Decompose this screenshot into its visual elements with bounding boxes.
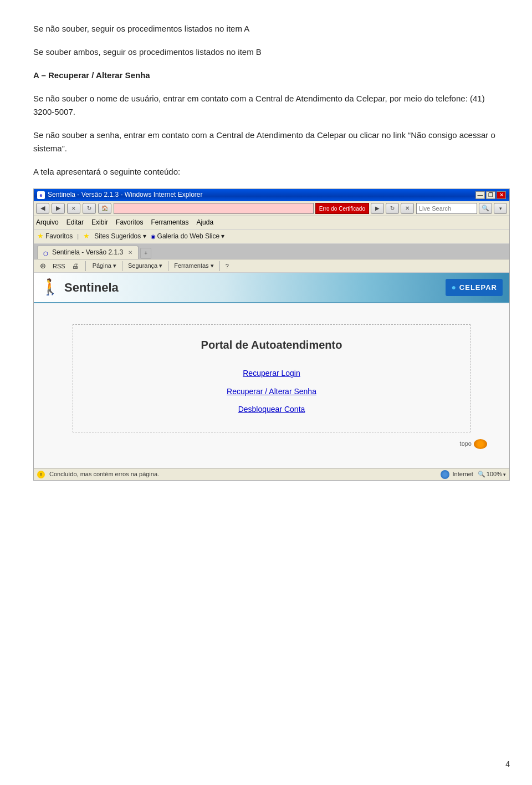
browser-favicon: e bbox=[37, 191, 45, 199]
toolbar-help[interactable]: ? bbox=[223, 262, 232, 271]
topo-area: topo bbox=[50, 437, 493, 451]
tab-favicon: ⬡ bbox=[43, 249, 50, 256]
status-warning-icon: ! bbox=[37, 471, 45, 478]
menu-ferramentas[interactable]: Ferramentas bbox=[151, 217, 188, 228]
search-bar[interactable]: 🔍 ▾ bbox=[416, 203, 507, 214]
para-6-text: A tela apresentará o seguinte conteúdo: bbox=[33, 167, 180, 176]
cert-error-button[interactable]: Erro do Certificado bbox=[315, 203, 369, 214]
stop-nav-button[interactable]: ✕ bbox=[401, 203, 414, 214]
toolbar-sep-4 bbox=[219, 261, 220, 271]
menu-ajuda[interactable]: Ajuda bbox=[196, 217, 213, 228]
favorites-label[interactable]: Favoritos bbox=[45, 231, 73, 242]
minimize-button[interactable]: — bbox=[475, 191, 485, 199]
sentinela-header: 🚶 Sentinela ● CELEPAR bbox=[34, 273, 509, 303]
para-5-text: Se não souber a senha, entrar em contato… bbox=[33, 130, 495, 153]
toolbar-print[interactable]: 🖨 bbox=[69, 261, 81, 271]
stop-button[interactable]: ✕ bbox=[67, 203, 80, 214]
para-2-text: Se souber ambos, seguir os procedimentos… bbox=[33, 47, 262, 57]
star-icon: ★ bbox=[37, 231, 44, 242]
browser-content: 🚶 Sentinela ● CELEPAR Portal de Autoaten… bbox=[34, 273, 509, 468]
status-message: Concluído, mas contém erros na página. bbox=[49, 470, 436, 480]
zoom-dropdown-icon[interactable]: ▾ bbox=[503, 471, 506, 478]
status-bar: ! Concluído, mas contém erros na página.… bbox=[34, 468, 509, 480]
forward-button[interactable]: ▶ bbox=[52, 203, 65, 214]
browser-screenshot: e Sentinela - Versão 2.1.3 - Windows Int… bbox=[33, 188, 510, 481]
menu-bar: Arquivo Editar Exibir Favoritos Ferramen… bbox=[34, 216, 509, 230]
favorites-button[interactable]: ★ Favoritos bbox=[37, 231, 73, 242]
desbloquear-conta-link[interactable]: Desbloquear Conta bbox=[84, 403, 459, 415]
recuperar-senha-link[interactable]: Recuperar / Alterar Senha bbox=[84, 385, 459, 397]
toolbar-ferramentas[interactable]: Ferramentas ▾ bbox=[171, 261, 216, 271]
zoom-level: 100% bbox=[487, 470, 502, 480]
heading-a-text: A – Recuperar / Alterar Senha bbox=[33, 70, 150, 80]
browser-tab-sentinela[interactable]: ⬡ Sentinela - Versão 2.1.3 ✕ bbox=[37, 246, 139, 259]
galeria-button[interactable]: ◉ Galeria do Web Slice ▾ bbox=[151, 231, 225, 242]
paragraph-2: Se souber ambos, seguir os procedimentos… bbox=[33, 45, 499, 59]
search-button[interactable]: 🔍 bbox=[479, 203, 492, 214]
paragraph-5: Se não souber a senha, entrar em contato… bbox=[33, 129, 499, 155]
tab-close-icon[interactable]: ✕ bbox=[128, 248, 132, 257]
title-bar-left: e Sentinela - Versão 2.1.3 - Windows Int… bbox=[37, 190, 202, 200]
toolbar-rss[interactable]: RSS bbox=[50, 262, 68, 271]
globe-icon bbox=[441, 470, 449, 479]
section-heading-a: A – Recuperar / Alterar Senha bbox=[33, 69, 499, 82]
paragraph-1: Se não souber, seguir os procedimentos l… bbox=[33, 22, 499, 35]
menu-exibir[interactable]: Exibir bbox=[91, 217, 108, 228]
favorites-bar: ★ Favoritos | ★ Sites Sugeridos ▾ ◉ Gale… bbox=[34, 230, 509, 244]
zone-label: Internet bbox=[453, 470, 473, 480]
refresh-nav-button[interactable]: ↻ bbox=[386, 203, 399, 214]
toolbar-group-right: Página ▾ Segurança ▾ Ferramentas ▾ ? bbox=[90, 261, 232, 271]
portal-title: Portal de Autoatendimento bbox=[84, 336, 459, 354]
para-1-text: Se não souber, seguir os procedimentos l… bbox=[33, 24, 249, 33]
topo-text: topo bbox=[460, 439, 472, 449]
paragraph-4: Se não souber o nome de usuário, entrar … bbox=[33, 92, 499, 119]
sites-sugeridos-button[interactable]: Sites Sugeridos ▾ bbox=[94, 231, 146, 242]
galeria-label[interactable]: Galeria do Web Slice ▾ bbox=[157, 231, 225, 242]
portal-content: Portal de Autoatendimento Recuperar Logi… bbox=[34, 303, 509, 468]
menu-editar[interactable]: Editar bbox=[66, 217, 84, 228]
search-input[interactable] bbox=[416, 203, 477, 214]
toolbar-sep-2 bbox=[122, 261, 122, 271]
menu-favoritos[interactable]: Favoritos bbox=[116, 217, 143, 228]
browser-title-bar: e Sentinela - Versão 2.1.3 - Windows Int… bbox=[34, 189, 509, 201]
tab-label: Sentinela - Versão 2.1.3 bbox=[52, 247, 123, 258]
toolbar-separator-1 bbox=[85, 261, 86, 271]
portal-box: Portal de Autoatendimento Recuperar Logi… bbox=[73, 324, 470, 432]
home-button[interactable]: 🏠 bbox=[98, 203, 111, 214]
toolbar-pagina[interactable]: Página ▾ bbox=[90, 261, 119, 271]
ie-toolbar: ⊕ RSS 🖨 Página ▾ Segurança ▾ Ferramentas… bbox=[34, 259, 509, 273]
sentinela-logo-text: Sentinela bbox=[64, 278, 119, 297]
address-bar[interactable]: Erro do Certificado ▶ ↻ ✕ bbox=[114, 203, 414, 214]
para-4-text: Se não souber o nome de usuário, entrar … bbox=[33, 94, 485, 116]
tab-bar: ⬡ Sentinela - Versão 2.1.3 ✕ + bbox=[34, 244, 509, 259]
fav-icon-1[interactable]: ★ bbox=[83, 231, 90, 242]
new-tab-button[interactable]: + bbox=[140, 248, 151, 259]
sentinela-logo: 🚶 Sentinela bbox=[40, 275, 119, 300]
toolbar-icon-1[interactable]: ⊕ bbox=[37, 261, 49, 271]
zoom-control[interactable]: 🔍 100% ▾ bbox=[478, 470, 506, 480]
recuperar-login-link[interactable]: Recuperar Login bbox=[84, 367, 459, 379]
topo-icon bbox=[474, 439, 487, 449]
celepar-badge: ● CELEPAR bbox=[446, 279, 503, 296]
back-button[interactable]: ◀ bbox=[36, 203, 49, 214]
toolbar-sep-3 bbox=[168, 261, 168, 271]
refresh-button[interactable]: ↻ bbox=[83, 203, 96, 214]
menu-arquivo[interactable]: Arquivo bbox=[36, 217, 59, 228]
restore-button[interactable]: ❐ bbox=[486, 191, 495, 199]
zoom-icon: 🔍 bbox=[478, 470, 485, 480]
search-options-button[interactable]: ▾ bbox=[494, 203, 507, 214]
window-controls[interactable]: — ❐ ✕ bbox=[475, 191, 506, 199]
close-button[interactable]: ✕ bbox=[497, 191, 506, 199]
navigation-bar: ◀ ▶ ✕ ↻ 🏠 Erro do Certificado ▶ ↻ ✕ 🔍 ▾ bbox=[34, 201, 509, 216]
go-button[interactable]: ▶ bbox=[371, 203, 384, 214]
internet-zone: Internet bbox=[441, 470, 473, 480]
toolbar-group-left: ⊕ RSS 🖨 bbox=[37, 261, 81, 271]
page-content: Se não souber, seguir os procedimentos l… bbox=[33, 22, 499, 481]
celepar-text: CELEPAR bbox=[459, 283, 497, 292]
browser-title: Sentinela - Versão 2.1.3 - Windows Inter… bbox=[48, 190, 202, 200]
sentinela-logo-icon: 🚶 bbox=[40, 275, 60, 300]
status-right: Internet 🔍 100% ▾ bbox=[441, 470, 506, 480]
sites-sugeridos-label[interactable]: Sites Sugeridos ▾ bbox=[94, 231, 146, 242]
toolbar-seguranca[interactable]: Segurança ▾ bbox=[125, 261, 165, 271]
address-input[interactable] bbox=[114, 203, 314, 214]
